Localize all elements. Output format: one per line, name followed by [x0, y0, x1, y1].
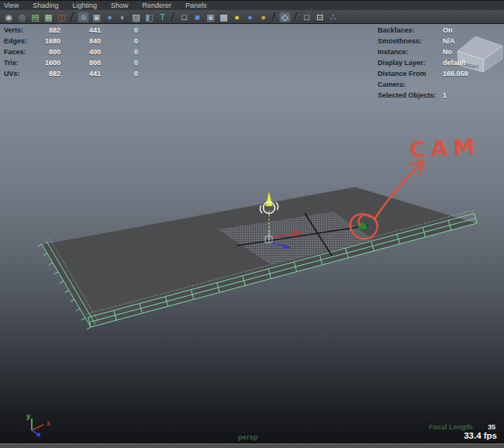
hud-stat-label: Faces: [4, 47, 44, 57]
hud-object-info: Backfaces:OnSmoothness:N/AInstance:NoDis… [378, 25, 497, 101]
hud-stat-value: 800 [60, 57, 101, 68]
menu-item-shading[interactable]: Shading [26, 1, 65, 10]
all-lights-cube-icon[interactable]: ■ [192, 12, 203, 22]
panel-toolbar: ◉◎▤▦◫○▣●◐▨◧T□■▣▩●●●◇□⊡∴ [0, 10, 504, 24]
hud-info-label: Backfaces: [378, 25, 443, 36]
share-nodes-icon[interactable]: ∴ [327, 12, 339, 22]
toolbar-separator [171, 12, 176, 21]
select-camera-icon[interactable]: ◉ [3, 12, 15, 22]
specular-ball-icon[interactable]: ● [257, 12, 269, 22]
hud-stat-value: 441 [60, 25, 101, 36]
grid-icon[interactable]: ▦ [43, 12, 54, 22]
lock-camera-icon[interactable]: ◎ [16, 12, 28, 22]
window-bottom-strip [0, 443, 504, 448]
default-light-ball-icon[interactable]: ● [231, 12, 243, 22]
fps-counter: 33.4 fps [464, 431, 497, 440]
hud-stat-label: Tris: [4, 57, 44, 68]
menu-item-show[interactable]: Show [104, 1, 136, 10]
hud-stat-value: 882 [44, 25, 60, 36]
hud-stat-value: 400 [60, 47, 101, 57]
shade-selected-icon[interactable]: ◐ [117, 12, 129, 22]
axis-x-label: x [47, 419, 50, 427]
light-cube-icon[interactable]: ▣ [205, 12, 216, 22]
uv-texture-icon[interactable]: T [157, 12, 168, 22]
hud-info-label: Distance From Camera: [378, 68, 443, 90]
hud-stat-value: 0 [101, 47, 138, 57]
hud-stat-value: 882 [44, 68, 60, 79]
hud-stat-label: UVs: [4, 68, 44, 79]
maya-viewport-window: ViewShadingLightingShowRendererPanels ◉◎… [0, 0, 504, 448]
axis-gnomon: y x [26, 412, 50, 436]
material-icon[interactable]: ◧ [143, 12, 155, 22]
select-object-icon[interactable]: ◇ [279, 12, 291, 22]
hud-stat-label: Verts: [4, 25, 44, 36]
menu-item-renderer[interactable]: Renderer [135, 1, 178, 10]
hud-info-value: 166.059 [443, 68, 497, 90]
hud-stat-value: 0 [101, 36, 138, 47]
hud-stat-value: 0 [101, 25, 138, 36]
manipulator-rotate-ring[interactable] [264, 202, 275, 214]
focal-length-label: Focal Length: [429, 423, 475, 431]
focal-length-value: 35 [488, 423, 495, 431]
hud-stat-value: 840 [60, 36, 101, 47]
hud-info-label: Selected Objects: [378, 90, 443, 101]
panel-menubar: ViewShadingLightingShowRendererPanels [0, 0, 504, 10]
hud-info-value: 1 [443, 90, 497, 101]
menu-item-view[interactable]: View [0, 1, 26, 10]
hud-poly-count: Verts:8824410Edges:16808400Faces:8004000… [4, 25, 138, 79]
hud-info-value: No [443, 47, 497, 57]
hud-stat-value: 441 [60, 68, 101, 79]
hud-info-label: Smoothness: [378, 36, 443, 47]
hud-stat-value: 0 [101, 68, 138, 79]
axis-y-label: y [26, 412, 30, 420]
hud-info-label: Instance: [378, 47, 443, 57]
isolate-cube-icon[interactable]: □ [301, 12, 312, 22]
ambient-ball-icon[interactable]: ● [244, 12, 256, 22]
hud-info-label: Display Layer: [378, 57, 443, 68]
toolbar-separator [271, 12, 277, 21]
points-shade-icon[interactable]: ▣ [91, 12, 102, 22]
hud-stat-value: 0 [101, 57, 138, 68]
toolbar-separator [293, 12, 299, 21]
hud-stat-label: Edges: [4, 36, 44, 47]
hud-stat-value: 800 [44, 47, 60, 57]
shadows-icon[interactable]: ▩ [218, 12, 230, 22]
toolbar-separator [70, 12, 75, 21]
axis-z-tip [37, 433, 41, 437]
annotation-text: CAM [409, 133, 481, 163]
hud-stat-value: 1600 [44, 57, 60, 68]
hud-info-value: On [443, 25, 497, 36]
default-light-cube-icon[interactable]: □ [178, 12, 190, 22]
camera-name-label: persp [238, 432, 258, 441]
film-gate-icon[interactable]: ◫ [56, 12, 67, 22]
menu-item-panels[interactable]: Panels [178, 1, 214, 10]
image-plane-icon[interactable]: ▤ [29, 12, 41, 22]
hud-stat-value: 1680 [44, 36, 60, 47]
smooth-shade-icon[interactable]: ● [104, 12, 116, 22]
isolate-select-icon[interactable]: ⊡ [314, 12, 326, 22]
menu-item-lighting[interactable]: Lighting [65, 1, 104, 10]
wireframe-sphere-icon[interactable]: ○ [78, 12, 89, 22]
hud-info-value: N/A [443, 36, 497, 47]
textured-shade-icon[interactable]: ▨ [130, 12, 142, 22]
hud-info-value: default [443, 57, 497, 68]
focal-length-readout: Focal Length: 35 [429, 423, 495, 431]
